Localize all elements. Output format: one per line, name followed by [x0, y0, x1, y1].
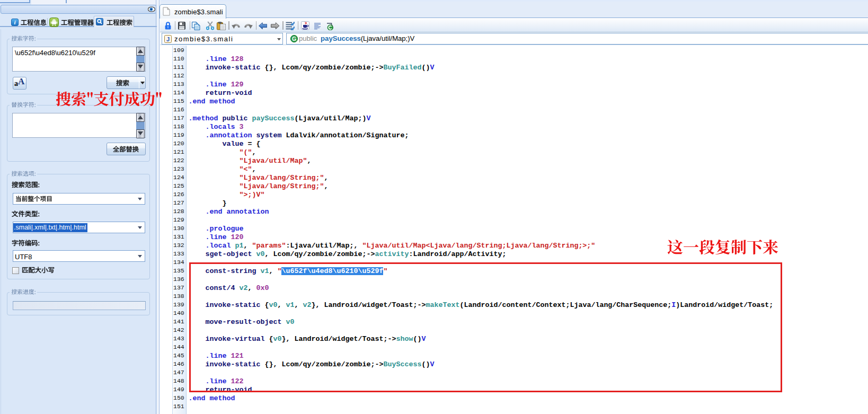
svg-text:G: G	[292, 36, 296, 42]
svg-text:J: J	[166, 36, 170, 42]
